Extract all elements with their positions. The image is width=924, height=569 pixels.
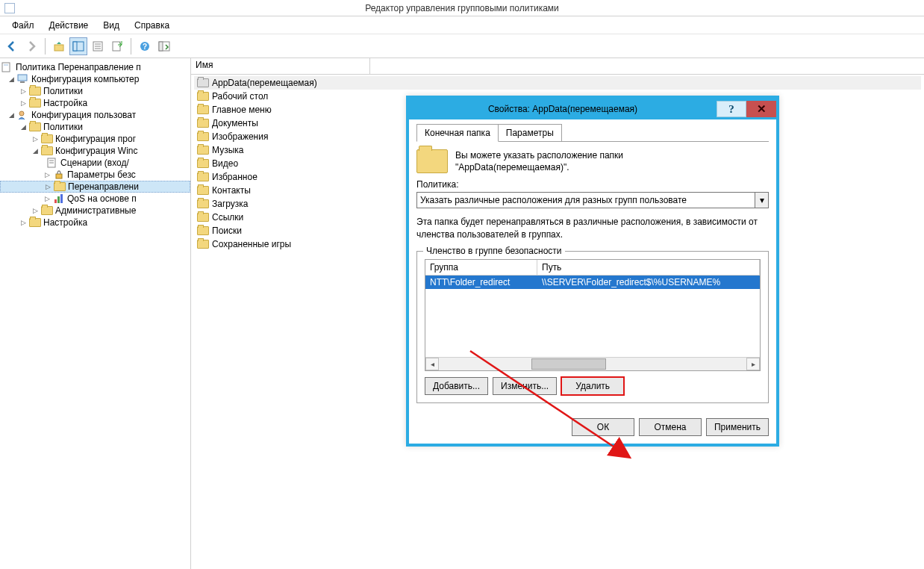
- tree-scripts[interactable]: Сценарии (вход/: [0, 157, 190, 169]
- menubar: Файл Действие Вид Справка: [0, 16, 924, 34]
- tab-target[interactable]: Конечная папка: [416, 124, 499, 142]
- svg-rect-15: [20, 81, 25, 83]
- security-group-box: Членство в группе безопасности Группа Пу…: [416, 251, 769, 403]
- tree-user-policies[interactable]: ◢ Политики: [0, 121, 190, 133]
- grid-row[interactable]: NTT\Folder_redirect \\SERVER\Folder_redi…: [425, 276, 760, 289]
- description-text: Эта папка будет перенаправляться в разли…: [416, 216, 769, 240]
- dialog-titlebar[interactable]: Свойства: AppData(перемещаемая) ? ✕: [409, 99, 776, 119]
- col-name[interactable]: Имя: [191, 58, 370, 74]
- col-path[interactable]: Путь: [537, 260, 760, 275]
- expander-icon[interactable]: ▷: [19, 219, 27, 226]
- folder-icon: [197, 240, 209, 249]
- back-button[interactable]: [3, 37, 21, 55]
- tree-redirection[interactable]: ▷ Перенаправлени: [0, 181, 190, 193]
- filter-button[interactable]: [155, 37, 173, 55]
- expander-icon[interactable]: ◢: [31, 147, 39, 155]
- svg-point-16: [19, 111, 24, 116]
- tree-soft-config[interactable]: ▷ Конфигурация прог: [0, 133, 190, 145]
- tree-user-settings[interactable]: ▷ Настройка: [0, 217, 190, 228]
- scroll-track[interactable]: [439, 358, 746, 370]
- svg-rect-21: [54, 199, 57, 203]
- svg-rect-11: [159, 42, 163, 51]
- folder-icon: [197, 172, 209, 181]
- separator: [45, 38, 46, 55]
- toolbar: ?: [0, 34, 924, 58]
- expander-icon[interactable]: ▷: [31, 135, 39, 143]
- tree-security[interactable]: ▷ Параметры безс: [0, 169, 190, 181]
- show-hide-tree-button[interactable]: [69, 37, 87, 55]
- close-button[interactable]: ✕: [746, 101, 776, 117]
- tree-computer-config[interactable]: ◢ Конфигурация компьютер: [0, 73, 190, 85]
- menu-view[interactable]: Вид: [96, 18, 127, 33]
- menu-action[interactable]: Действие: [42, 18, 96, 33]
- tree-computer-policies[interactable]: ▷ Политики: [0, 85, 190, 97]
- script-icon: [46, 158, 58, 168]
- folder-icon: [29, 86, 41, 96]
- expander-icon[interactable]: ▷: [43, 195, 51, 202]
- expander-icon[interactable]: ▷: [43, 171, 51, 178]
- folder-icon: [29, 98, 41, 108]
- svg-rect-2: [73, 42, 77, 51]
- folder-icon: [41, 134, 53, 144]
- forward-button[interactable]: [22, 37, 40, 55]
- svg-rect-14: [18, 75, 27, 81]
- folder-icon: [197, 78, 209, 87]
- properties-button[interactable]: [89, 37, 107, 55]
- tree-root[interactable]: Политика Перенаправление п: [0, 61, 190, 73]
- scroll-left-button[interactable]: ◂: [425, 358, 439, 370]
- apply-button[interactable]: Применить: [706, 418, 769, 436]
- list-item-appdata[interactable]: AppData(перемещаемая): [194, 76, 921, 90]
- tree-qos[interactable]: ▷ QoS на основе п: [0, 193, 190, 205]
- folder-icon: [41, 205, 53, 216]
- folder-icon: [197, 105, 209, 114]
- properties-dialog: Свойства: AppData(перемещаемая) ? ✕ Коне…: [406, 96, 779, 447]
- scroll-right-button[interactable]: ▸: [746, 358, 760, 370]
- folder-icon: [41, 146, 53, 156]
- menu-file[interactable]: Файл: [4, 18, 42, 33]
- folder-icon: [197, 92, 209, 101]
- separator: [131, 38, 131, 55]
- expander-icon[interactable]: ▷: [31, 207, 39, 214]
- h-scrollbar[interactable]: ◂ ▸: [425, 357, 760, 370]
- expander-icon[interactable]: ▷: [19, 87, 27, 95]
- expander-icon[interactable]: ▷: [19, 99, 27, 107]
- ok-button[interactable]: ОК: [572, 418, 634, 436]
- folder-icon: [197, 119, 209, 128]
- tree-win-config[interactable]: ◢ Конфигурация Winc: [0, 145, 190, 157]
- tree-computer-settings[interactable]: ▷ Настройка: [0, 97, 190, 109]
- tree-admin[interactable]: ▷ Административные: [0, 205, 190, 217]
- up-button[interactable]: [50, 37, 68, 55]
- svg-rect-0: [54, 45, 63, 51]
- membership-grid[interactable]: Группа Путь NTT\Folder_redirect \\SERVER…: [425, 259, 761, 371]
- policy-combo[interactable]: Указать различные расположения для разны…: [416, 192, 769, 208]
- cancel-button[interactable]: Отмена: [639, 418, 702, 436]
- chevron-down-icon[interactable]: ▾: [755, 193, 768, 208]
- edit-button[interactable]: Изменить...: [493, 377, 557, 395]
- menu-help[interactable]: Справка: [127, 18, 177, 33]
- tree-pane[interactable]: Политика Перенаправление п ◢ Конфигураци…: [0, 58, 191, 569]
- expander-icon[interactable]: ◢: [19, 123, 27, 131]
- expander-icon[interactable]: ◢: [7, 75, 15, 83]
- policy-icon: [1, 62, 13, 72]
- delete-button[interactable]: Удалить: [561, 377, 624, 395]
- chart-icon: [53, 193, 65, 204]
- folder-icon: [197, 199, 209, 208]
- expander-icon[interactable]: ▷: [44, 183, 51, 190]
- svg-rect-12: [2, 63, 10, 72]
- tab-params[interactable]: Параметры: [498, 124, 562, 142]
- policy-label: Политика:: [416, 179, 769, 190]
- svg-rect-23: [60, 194, 63, 203]
- folder-icon: [29, 217, 41, 228]
- tree-user-config[interactable]: ◢ Конфигурация пользоват: [0, 109, 190, 121]
- export-button[interactable]: [108, 37, 126, 55]
- help-button[interactable]: ?: [717, 101, 746, 117]
- scroll-thumb[interactable]: [531, 358, 606, 370]
- add-button[interactable]: Добавить...: [425, 377, 488, 395]
- folder-icon: [197, 213, 209, 222]
- lock-icon: [53, 170, 65, 180]
- expander-icon[interactable]: ◢: [7, 111, 15, 119]
- groupbox-legend: Членство в группе безопасности: [423, 246, 565, 256]
- help-button[interactable]: ?: [136, 37, 154, 55]
- col-group[interactable]: Группа: [425, 260, 537, 275]
- svg-rect-13: [4, 64, 8, 66]
